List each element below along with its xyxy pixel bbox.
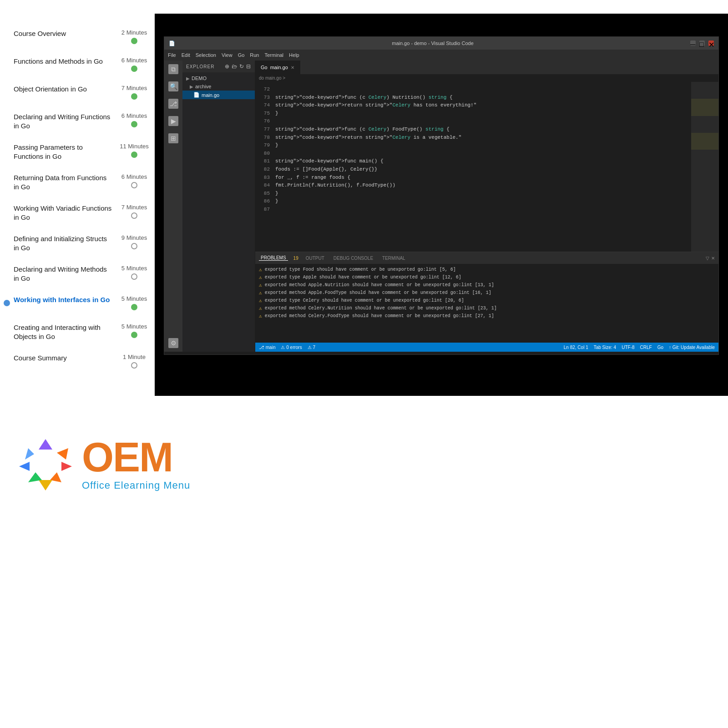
close-btn[interactable]: ✕ xyxy=(708,40,714,46)
explorer-header: EXPLORER ⊕ 🗁 ↻ ⊟ xyxy=(182,61,255,72)
terminal-tab[interactable]: TERMINAL xyxy=(380,256,407,261)
output-tab[interactable]: OUTPUT xyxy=(304,256,326,261)
line-number: 87 xyxy=(261,206,270,214)
sidebar-item-functions-methods[interactable]: Functions and Methods in Go6 Minutes xyxy=(14,51,150,78)
sidebar-item-course-summary[interactable]: Course Summary1 Minute xyxy=(14,347,150,375)
line-content: string">"code-keyword">return string">"C… xyxy=(275,101,476,110)
problem-item[interactable]: ⚠exported type Food should have comment … xyxy=(259,266,715,273)
sidebar-item-minutes: 6 Minutes xyxy=(121,173,147,180)
demo-folder[interactable]: ▶ DEMO xyxy=(182,74,255,82)
settings-icon[interactable]: ⚙ xyxy=(168,338,178,348)
sidebar-item-minutes: 9 Minutes xyxy=(121,234,147,241)
tab-maingo[interactable]: Go main.go ✕ xyxy=(255,61,300,74)
sidebar-item-minutes: 5 Minutes xyxy=(121,265,147,272)
sidebar-item-dot xyxy=(131,152,137,158)
menu-selection[interactable]: Selection xyxy=(196,52,216,58)
menu-go[interactable]: Go xyxy=(238,52,245,58)
menu-run[interactable]: Run xyxy=(250,52,259,58)
line-number: 72 xyxy=(261,86,270,94)
sidebar-item-dot xyxy=(131,182,137,188)
sidebar-item-declaring-writing[interactable]: Declaring and Writing Functions in Go6 M… xyxy=(14,106,150,136)
line-content: string">"code-keyword">func (c Celery) N… xyxy=(275,94,452,102)
sidebar-item-meta: 6 Minutes xyxy=(118,173,150,188)
menu-edit[interactable]: Edit xyxy=(182,52,190,58)
problem-item[interactable]: ⚠exported method Apple.Nutrition should … xyxy=(259,281,715,289)
debug-console-tab[interactable]: DEBUG CONSOLE xyxy=(332,256,375,261)
panel-close-icon[interactable]: ✕ xyxy=(711,256,715,261)
titlebar-left: 📄 xyxy=(169,40,175,46)
problem-item[interactable]: ⚠exported method Celery.Nutrition should… xyxy=(259,304,715,312)
code-editor[interactable]: 7273string">"code-keyword">func (c Celer… xyxy=(255,82,691,252)
menu-file[interactable]: File xyxy=(168,52,176,58)
line-number: 73 xyxy=(261,94,270,102)
problem-item[interactable]: ⚠exported method Celery.FoodType should … xyxy=(259,312,715,320)
sidebar-item-working-interfaces[interactable]: Working with Interfaces in Go5 Minutes xyxy=(14,289,150,317)
maingo-file[interactable]: 📄 main.go xyxy=(182,91,255,99)
sidebar-item-minutes: 5 Minutes xyxy=(121,295,147,302)
new-file-icon[interactable]: ⊕ xyxy=(225,63,230,70)
panel-controls: ▽ ✕ xyxy=(706,256,715,261)
editor-tabs: Go main.go ✕ xyxy=(255,61,718,74)
explorer-icon[interactable]: ⧉ xyxy=(168,64,178,74)
problem-item[interactable]: ⚠exported method Apple.FoodType should h… xyxy=(259,289,715,297)
refresh-icon[interactable]: ↻ xyxy=(239,63,244,70)
sidebar-item-meta: 6 Minutes xyxy=(118,57,150,72)
code-line: 81string">"code-keyword">func main() { xyxy=(261,157,686,166)
maximize-btn[interactable]: □ xyxy=(699,40,705,46)
problems-count: 19 xyxy=(293,256,298,261)
problem-item[interactable]: ⚠exported type Celery should have commen… xyxy=(259,297,715,304)
code-line: 77string">"code-keyword">func (c Celery)… xyxy=(261,126,686,134)
svg-marker-6 xyxy=(19,462,30,471)
oem-logo: OEM Office Elearning Menu xyxy=(18,437,190,491)
new-folder-icon[interactable]: 🗁 xyxy=(232,63,238,70)
code-line: 73string">"code-keyword">func (c Celery)… xyxy=(261,94,686,102)
statusbar-branch[interactable]: ⎇ main xyxy=(259,345,275,350)
sidebar-item-label: Object Orientation in Go xyxy=(14,85,114,94)
extensions-icon[interactable]: ⊞ xyxy=(168,133,178,143)
sidebar-item-creating-interacting[interactable]: Creating and Interacting with Objects in… xyxy=(14,317,150,347)
source-control-icon[interactable]: ⎇ xyxy=(168,99,178,109)
sidebar-item-course-overview[interactable]: Course Overview2 Minutes xyxy=(14,23,150,51)
sidebar-item-defining-initializing[interactable]: Defining and Initializing Structs in Go9… xyxy=(14,228,150,258)
statusbar-encoding: UTF-8 xyxy=(622,345,634,350)
line-number: 74 xyxy=(261,101,270,110)
search-icon[interactable]: 🔍 xyxy=(168,81,178,91)
sidebar-item-returning-data[interactable]: Returning Data from Functions in Go6 Min… xyxy=(14,167,150,197)
problem-text: exported type Apple should have comment … xyxy=(265,275,461,280)
sidebar-item-working-variadic[interactable]: Working With Variadic Functions in Go7 M… xyxy=(14,197,150,228)
svg-marker-7 xyxy=(25,448,34,460)
sidebar-item-declaring-writing-methods[interactable]: Declaring and Writing Methods in Go5 Min… xyxy=(14,258,150,289)
oem-arrow-icon xyxy=(18,437,73,491)
code-line: 74 string">"code-keyword">return string"… xyxy=(261,101,686,110)
problem-text: exported type Celery should have comment… xyxy=(265,298,464,303)
line-content: fmt.Println(f.Nutrition(), f.FoodType()) xyxy=(275,182,395,190)
line-number: 85 xyxy=(261,190,270,198)
menu-view[interactable]: View xyxy=(222,52,233,58)
sidebar-item-minutes: 6 Minutes xyxy=(121,57,147,64)
problems-tab[interactable]: PROBLEMS xyxy=(259,255,288,261)
warning-icon: ⚠ xyxy=(259,282,262,288)
run-debug-icon[interactable]: ▶ xyxy=(168,116,178,126)
collapse-icon[interactable]: ⊟ xyxy=(246,63,251,70)
line-number: 76 xyxy=(261,117,270,126)
menu-terminal[interactable]: Terminal xyxy=(265,52,284,58)
sidebar-item-passing-parameters[interactable]: Passing Parameters to Functions in Go11 … xyxy=(14,136,150,167)
problem-text: exported method Apple.FoodType should ha… xyxy=(265,290,491,295)
filter-icon[interactable]: ▽ xyxy=(706,256,709,261)
warning-icon: ⚠ xyxy=(259,298,262,303)
problem-item[interactable]: ⚠exported type Apple should have comment… xyxy=(259,273,715,281)
sidebar-item-minutes: 7 Minutes xyxy=(121,85,147,91)
sidebar-item-label: Working With Variadic Functions in Go xyxy=(14,204,114,222)
line-number: 80 xyxy=(261,150,270,158)
menu-help[interactable]: Help xyxy=(289,52,299,58)
sidebar-item-dot xyxy=(131,273,137,280)
sidebar-item-object-orientation[interactable]: Object Orientation in Go7 Minutes xyxy=(14,78,150,106)
sidebar-item-dot xyxy=(131,304,137,310)
code-line: 72 xyxy=(261,86,686,94)
minimize-btn[interactable]: ─ xyxy=(690,40,696,46)
sidebar-item-meta: 7 Minutes xyxy=(118,85,150,100)
sidebar-item-minutes: 11 Minutes xyxy=(120,143,149,150)
tab-close-icon[interactable]: ✕ xyxy=(291,65,294,70)
oem-section: OEM Office Elearning Menu xyxy=(0,410,728,519)
archive-folder[interactable]: ▶ archive xyxy=(182,82,255,91)
